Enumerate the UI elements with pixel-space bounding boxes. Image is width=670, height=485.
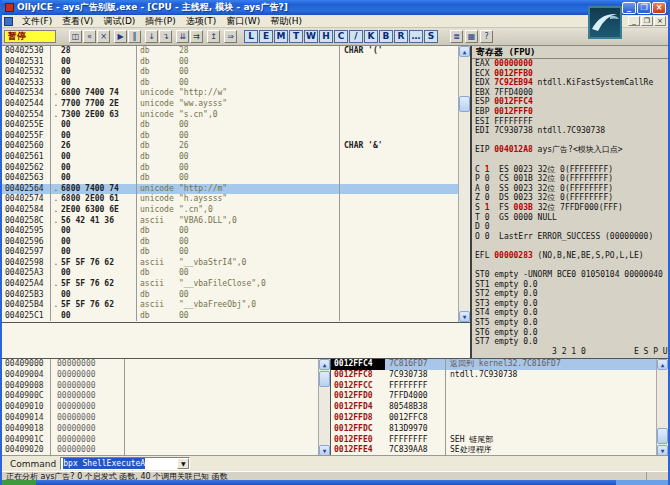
- menu-file[interactable]: 文件(F): [17, 15, 57, 28]
- command-dropdown-button[interactable]: ▼: [177, 458, 189, 469]
- breakpoints-window-button[interactable]: B: [379, 30, 393, 43]
- menu-help[interactable]: 帮助(H): [265, 15, 307, 28]
- disasm-row[interactable]: 004025B4.5F 5F 76 62ascii"__vbaFreeObj",…: [2, 300, 458, 311]
- close-button[interactable]: ×: [652, 2, 666, 14]
- register-line[interactable]: ST5 empty 0.0: [472, 318, 668, 328]
- stack-row[interactable]: 0012FFE0FFFFFFFFSEH 链尾部: [331, 435, 656, 446]
- register-line[interactable]: EBX 7FFD4000: [472, 88, 668, 98]
- disasm-row[interactable]: 0040253028db28CHAR '(': [2, 46, 458, 57]
- dump-row[interactable]: 0040900800000000: [2, 381, 318, 392]
- dump-row[interactable]: 0040900400000000: [2, 370, 318, 381]
- handles-window-button[interactable]: H: [319, 30, 333, 43]
- disasm-row[interactable]: 00402584.2E00 6300 6Eunicode".cn",0: [2, 205, 458, 216]
- register-line[interactable]: ESI FFFFFFFF: [472, 117, 668, 127]
- disasm-row[interactable]: 004025C100db00: [2, 311, 458, 322]
- cpu-window-button[interactable]: C: [334, 30, 348, 43]
- disasm-row[interactable]: 0040253100db00: [2, 57, 458, 68]
- pause-button[interactable]: ‖: [128, 30, 141, 43]
- trace-into-button[interactable]: ⇊: [176, 30, 189, 43]
- windows-list-button[interactable]: ▦: [465, 30, 478, 43]
- restore-button[interactable]: ❐: [637, 2, 651, 14]
- windows-window-button[interactable]: W: [304, 30, 318, 43]
- memory-window-button[interactable]: M: [274, 30, 288, 43]
- disasm-row[interactable]: 0040256026db26CHAR '&': [2, 141, 458, 152]
- scroll-thumb[interactable]: [459, 96, 470, 112]
- dump-row[interactable]: 0040900C00000000: [2, 391, 318, 402]
- register-line[interactable]: ST4 empty 0.0: [472, 308, 668, 318]
- register-line[interactable]: [472, 260, 668, 270]
- stack-row[interactable]: 0012FFD07FFD4000: [331, 391, 656, 402]
- command-input[interactable]: bpx ShellExecuteA ▼: [60, 457, 190, 470]
- register-line[interactable]: [472, 241, 668, 251]
- dump-row[interactable]: 0040901000000000: [2, 402, 318, 413]
- scroll-up-arrow-icon[interactable]: ▲: [657, 359, 668, 370]
- minimize-button[interactable]: _: [622, 2, 636, 14]
- child-close-button[interactable]: ×: [654, 16, 666, 26]
- menu-view[interactable]: 查看(V): [57, 15, 98, 28]
- register-line[interactable]: O 0 LastErr ERROR_SUCCESS (00000000): [472, 232, 668, 242]
- references-window-button[interactable]: R: [394, 30, 408, 43]
- restart-button[interactable]: «: [83, 30, 96, 43]
- step-into-button[interactable]: ↓: [145, 30, 158, 43]
- disasm-row[interactable]: 004025A300db00: [2, 268, 458, 279]
- overlay-swoosh-logo[interactable]: [588, 6, 622, 39]
- run-trace-window-button[interactable]: …: [409, 30, 423, 43]
- disasm-row[interactable]: 00402544.7700 7700 2Eunicode"ww.aysss": [2, 99, 458, 110]
- disasm-row[interactable]: 004025A4.5F 5F 76 62ascii"__vbaFileClose…: [2, 279, 458, 290]
- until-return-button[interactable]: ↥: [207, 30, 220, 43]
- disasm-row[interactable]: 0040253300db00: [2, 78, 458, 89]
- executables-window-button[interactable]: E: [259, 30, 273, 43]
- scroll-thumb[interactable]: [319, 371, 330, 387]
- stack-row[interactable]: 0012FFDC813D9970: [331, 424, 656, 435]
- scroll-up-arrow-icon[interactable]: ▲: [459, 46, 470, 57]
- register-line[interactable]: ST2 empty 0.0: [472, 289, 668, 299]
- dump-row[interactable]: 0040900000000000: [2, 359, 318, 370]
- register-line[interactable]: ECX 0012FFB0: [472, 69, 668, 79]
- patches-window-button[interactable]: /: [349, 30, 363, 43]
- register-line[interactable]: EBP 0012FFF0: [472, 107, 668, 117]
- register-line[interactable]: EFL 00000283 (NO,B,NE,BE,S,PO,L,LE): [472, 251, 668, 261]
- register-line[interactable]: ST6 empty 0.0: [472, 328, 668, 338]
- disasm-row[interactable]: 00402564.6800 7400 74unicode"http://m": [2, 184, 458, 195]
- register-line[interactable]: ESP 0012FFC4: [472, 97, 668, 107]
- disasm-row[interactable]: 0040256300db00: [2, 173, 458, 184]
- step-over-button[interactable]: ↴: [159, 30, 172, 43]
- dump-row[interactable]: 0040901C00000000: [2, 435, 318, 446]
- dump-row[interactable]: 0040901800000000: [2, 424, 318, 435]
- register-line[interactable]: ST0 empty -UNORM BCE0 01050104 00000040: [472, 270, 668, 280]
- disasm-row[interactable]: 0040253200db00: [2, 67, 458, 78]
- disasm-row[interactable]: 0040259600db00: [2, 237, 458, 248]
- disasm-row[interactable]: 0040255E00db00: [2, 120, 458, 131]
- register-line[interactable]: EDI 7C930738 ntdll.7C930738: [472, 126, 668, 136]
- register-line[interactable]: P 0 CS 001B 32位 0(FFFFFFFF): [472, 174, 668, 184]
- scroll-down-arrow-icon[interactable]: ▼: [459, 311, 470, 322]
- stack-scrollbar[interactable]: ▲ ▼: [656, 359, 668, 456]
- dump-scrollbar[interactable]: ▲ ▼: [318, 359, 330, 456]
- menu-debug[interactable]: 调试(D): [98, 15, 140, 28]
- disasm-row[interactable]: 0040255F00db00: [2, 131, 458, 142]
- disasm-row[interactable]: 0040256200db00: [2, 163, 458, 174]
- cpu-child-window-icon[interactable]: [4, 17, 13, 26]
- register-line[interactable]: C 1 ES 0023 32位 0(FFFFFFFF): [472, 165, 668, 175]
- appearance-options-button[interactable]: ≣: [450, 30, 463, 43]
- register-line[interactable]: ST3 empty 0.0: [472, 299, 668, 309]
- scroll-up-arrow-icon[interactable]: ▲: [319, 359, 330, 370]
- log-window-button[interactable]: L: [244, 30, 258, 43]
- call-stack-window-button[interactable]: K: [364, 30, 378, 43]
- register-line[interactable]: ST1 empty 0.0: [472, 280, 668, 290]
- disasm-row[interactable]: 00402554.7300 2E00 63unicode"s.cn",0: [2, 110, 458, 121]
- register-line[interactable]: EIP 004012A8 ays广告?<模块入口点>: [472, 145, 668, 155]
- child-restore-button[interactable]: ❐: [641, 16, 653, 26]
- open-file-button[interactable]: ◫: [69, 30, 82, 43]
- register-line[interactable]: 3 2 1 0 E S P U O Z D I: [472, 347, 668, 357]
- stack-row[interactable]: 0012FFC47C816FD7返回到 kernel32.7C816FD7: [331, 359, 656, 370]
- register-line[interactable]: T 0 GS 0000 NULL: [472, 213, 668, 223]
- title-bar[interactable]: OllyICE - ays广告别版.exe - [CPU - 主线程, 模块 -…: [2, 0, 668, 15]
- disasm-row[interactable]: 00402574.6800 2E00 61unicode"h.ayssss": [2, 194, 458, 205]
- menu-options[interactable]: 选项(T): [181, 15, 222, 28]
- register-line[interactable]: ST7 empty 0.0: [472, 337, 668, 347]
- disasm-row[interactable]: 0040256100db00: [2, 152, 458, 163]
- dump-row[interactable]: 0040901400000000: [2, 413, 318, 424]
- register-line[interactable]: EAX 00000000: [472, 59, 668, 69]
- disasm-row[interactable]: 0040259500db00: [2, 226, 458, 237]
